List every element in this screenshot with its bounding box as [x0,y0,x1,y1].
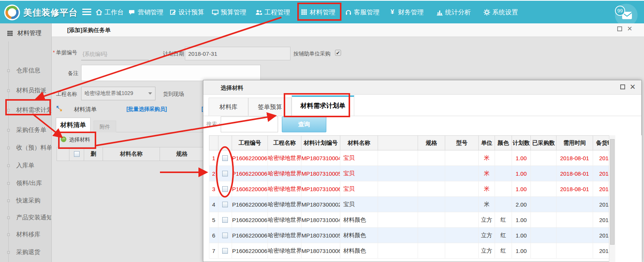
table-scrollbar[interactable] [609,135,615,262]
plan-date-label: 计划日期 [163,51,184,57]
cell-material: 材料颜色 [340,212,378,228]
table-row[interactable]: 7P1606220006哈密绿地世界MP1807310006材料颜色立方红1.0… [209,243,635,259]
sidebar-item-材料需求计划单[interactable]: 材料需求计划单 [0,101,52,119]
table-row[interactable]: 2P1606220006哈密绿地世界MP1807310005宝贝米1.00201… [209,166,635,181]
dialog-close-icon[interactable]: ✕ [630,84,636,90]
query-button[interactable]: 查询 [282,116,326,132]
table-row[interactable]: 1P1606220006哈密绿地世界MP1807310004宝贝米1.00201… [209,150,635,166]
panel-table-header [69,147,84,161]
cell-no: 3 [209,181,218,197]
chevron-down-icon [148,92,152,95]
sidebar-item-仓库退货[interactable]: 仓库退货 [0,260,52,262]
nav-item-budget[interactable]: 预算管理 [211,1,246,23]
dialog-tab-材料库[interactable]: 材料库 [209,98,248,116]
row-checkbox[interactable] [222,217,228,223]
nav-item-engineering[interactable]: 工程管理 [255,1,290,23]
tab-material-list[interactable]: 材料清单 [56,118,91,132]
cell-project_name: 哈密绿地世界 [268,243,301,259]
cell-project_name: 哈密绿地世界 [268,181,301,197]
sidebar-item-收（预）料单[interactable]: 收（预）料单 [0,139,52,157]
gear-icon [483,8,490,16]
sidebar-item-入库单[interactable]: 入库单 [0,156,52,175]
row-checkbox[interactable] [222,155,228,161]
cell-project_no: P1606220006 [232,212,268,228]
nav-item-customer-service[interactable]: 客服管理 [344,1,380,23]
cell-plan_no: MP1807310004 [301,150,340,166]
project-name-select[interactable]: 哈密绿地世界城1029 [81,87,155,100]
panel-maximize-icon[interactable] [617,26,622,31]
row-checkbox[interactable] [222,171,228,176]
sidebar-item-材料员指派[interactable]: 材料员指派 [0,81,52,100]
bullet-icon [7,129,10,132]
bullet-icon [7,69,10,72]
plan-date-input[interactable] [185,47,290,60]
sidebar-item-产品安装通知[interactable]: 产品安装通知 [0,208,52,227]
remark-input[interactable] [81,65,261,81]
cell-_cb [218,197,232,212]
nav-item-marketing[interactable]: 营销管理 [128,1,163,23]
menu-toggle-icon[interactable] [82,9,91,15]
cell-plan_qty: 1.00 [512,166,531,181]
cell-_sp [378,166,418,181]
nav-item-system[interactable]: 系统设置 [483,1,518,23]
bullet-icon [7,109,10,112]
dialog-tab-材料需求计划单[interactable]: 材料需求计划单 [292,95,354,116]
dialog-title: 选择材料 [221,84,243,92]
nav-item-label: 工程管理 [264,8,290,17]
yuan-icon: ¥ [389,8,396,16]
table-row[interactable]: 5P1606220006哈密绿地世界MP1807310004材料颜色立方红1.0… [209,212,635,228]
dialog-tab-签单预算[interactable]: 签单预算 [248,98,292,116]
search-input[interactable] [221,116,278,132]
sidebar-item-领料/出库[interactable]: 领料/出库 [0,174,52,192]
sidebar-item-采购任务单[interactable]: 采购任务单 [0,121,52,139]
cell-plan_qty: 1.00 [512,243,531,259]
sidebar-item-材料移库[interactable]: 材料移库 [0,225,52,244]
bullet-icon [7,251,10,254]
cell-no: 5 [209,212,218,228]
message-count-badge[interactable]: 99 [615,6,625,16]
cell-no: 4 [209,197,218,212]
cell-plan_qty: 1.00 [512,228,531,243]
dialog-maximize-icon[interactable] [620,84,625,89]
tab-attachments[interactable]: 附件 [94,121,116,132]
nav-item-design-budget[interactable]: 设计预算 [169,1,204,23]
cell-color [495,150,512,166]
sidebar-item-label: 产品安装通知 [16,208,52,227]
column-header: 已采购数 [531,136,556,150]
panel-close-icon[interactable]: ✕ [627,26,632,32]
aux-unit-checkbox[interactable]: ✔ [335,50,341,56]
sidebar-title: 材料管理 [17,29,41,37]
table-row[interactable]: 6P1606220006哈密绿地世界MP1807310005材料颜色立方红1.0… [209,228,635,243]
cell-project_no: P1606220006 [232,181,268,197]
cell-spec [418,228,445,243]
sidebar-item-label: 材料需求计划单 [16,101,52,119]
row-checkbox[interactable] [222,202,228,207]
scrollbar-thumb[interactable] [610,139,615,245]
row-checkbox[interactable] [222,233,228,238]
cell-unit: 立方 [479,228,495,243]
batch-select-buyer-link[interactable]: [批量选择采购员] [126,106,167,113]
home-icon [95,8,103,16]
material-list-table: 删材料名称规格 [57,147,204,161]
sidebar-item-采购退货[interactable]: 采购退货 [0,243,52,261]
table-row[interactable]: 3P1606220006哈密绿地世界MP1807310006宝贝米1.00201… [209,181,635,197]
nav-item-statistics[interactable]: 统计分析 [436,1,471,23]
nav-item-finance[interactable]: ¥财务管理 [389,1,424,23]
nav-item-workbench[interactable]: 工作台 [95,1,124,23]
select-material-button[interactable]: 选择材料 [60,135,90,145]
sidebar-item-仓库信息[interactable]: 仓库信息 [0,61,52,80]
sidebar-item-label: 材料员指派 [16,81,46,100]
cell-no: 2 [209,166,218,181]
aux-unit-label: 按辅助单位采购 [294,51,330,57]
table-row[interactable]: 4P1606220006哈密绿地世界MP1807300002宝贝米2.00201… [209,197,635,212]
sidebar: 材料管理 仓库信息材料员指派材料需求计划单采购任务单收（预）料单入库单领料/出库… [0,23,52,262]
order-no-input[interactable] [81,48,149,60]
cell-plan_no: MP1807310005 [301,166,340,181]
row-checkbox[interactable] [222,186,228,192]
sidebar-item-label: 采购任务单 [16,121,46,139]
row-checkbox[interactable] [222,248,228,254]
cell-spec [418,150,445,166]
nav-item-material[interactable]: 材料管理 [300,1,335,23]
sidebar-item-快速采购[interactable]: 快速采购 [0,192,52,210]
select-all-checkbox[interactable] [74,151,80,157]
